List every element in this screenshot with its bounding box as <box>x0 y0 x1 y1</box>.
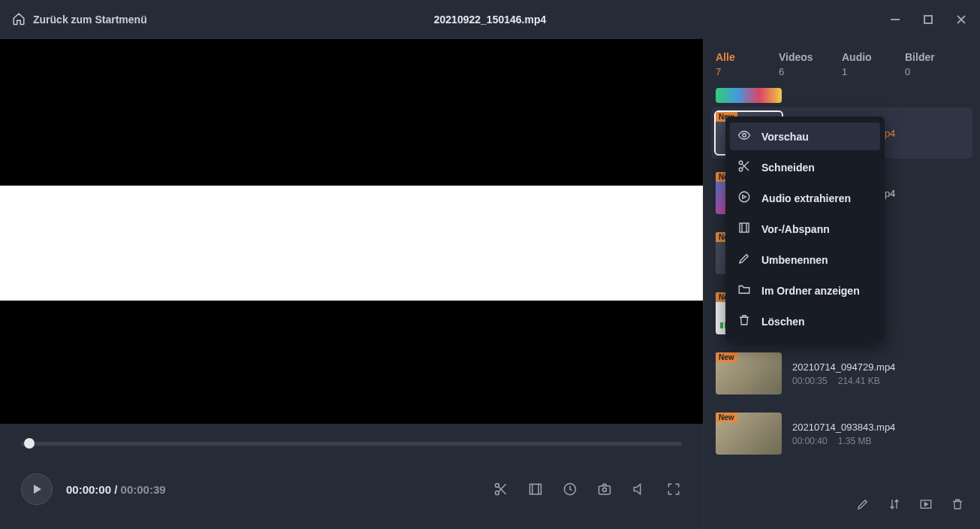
list-item[interactable]: New20210714_094729.mp400:00:35214.41 KB <box>711 348 972 399</box>
ctx-trash[interactable]: Löschen <box>725 306 885 337</box>
ctx-cut[interactable]: Schneiden <box>725 152 885 183</box>
svg-point-4 <box>496 484 499 488</box>
frames-icon[interactable] <box>527 481 544 497</box>
svg-rect-1 <box>924 16 932 23</box>
cut-icon[interactable] <box>493 481 509 497</box>
ctx-extract[interactable]: Audio extrahieren <box>725 183 885 213</box>
ctx-eye[interactable]: Vorschau <box>730 122 880 150</box>
tab-bilder[interactable]: Bilder0 <box>905 51 968 77</box>
extract-icon <box>737 190 751 206</box>
svg-point-13 <box>603 488 607 491</box>
thumbnail-strip <box>716 88 782 103</box>
volume-icon[interactable] <box>631 481 647 497</box>
ctx-film[interactable]: Vor-/Abspann <box>725 213 885 244</box>
eye-icon <box>737 128 751 144</box>
svg-point-5 <box>496 491 499 495</box>
item-name: 20210714_094729.mp4 <box>792 361 895 373</box>
fullscreen-icon[interactable] <box>665 481 682 497</box>
back-to-start-button[interactable]: Zurück zum Startmenü <box>12 12 147 28</box>
list-item[interactable]: New20210714_093843.mp400:00:401.35 MB <box>711 408 972 459</box>
play-button[interactable] <box>21 473 53 505</box>
thumbnail: New <box>716 413 782 455</box>
new-badge: New <box>716 413 737 422</box>
tab-audio[interactable]: Audio1 <box>842 51 905 77</box>
svg-point-17 <box>739 168 743 171</box>
svg-point-20 <box>739 192 749 202</box>
film-icon <box>737 221 751 237</box>
svg-point-15 <box>743 134 746 138</box>
svg-point-16 <box>739 161 743 165</box>
ctx-pencil[interactable]: Umbenennen <box>725 244 885 275</box>
svg-rect-8 <box>530 484 541 494</box>
trash-icon <box>737 313 751 329</box>
svg-rect-12 <box>599 486 611 494</box>
close-button[interactable] <box>954 13 968 26</box>
tab-alle[interactable]: Alle7 <box>716 51 779 77</box>
new-badge: New <box>716 352 737 362</box>
tab-videos[interactable]: Videos6 <box>779 51 842 77</box>
item-meta: 00:00:401.35 MB <box>792 436 895 446</box>
seek-thumb[interactable] <box>24 438 35 449</box>
snapshot-icon[interactable] <box>596 481 613 497</box>
window-filename: 20210922_150146.mp4 <box>434 14 546 26</box>
export-button[interactable] <box>918 497 933 512</box>
back-label: Zurück zum Startmenü <box>33 14 147 26</box>
edit-button[interactable] <box>855 497 870 512</box>
time-display: 00:00:00 / 00:00:39 <box>66 483 166 496</box>
home-icon <box>12 12 26 28</box>
maximize-button[interactable] <box>921 13 935 26</box>
seek-bar[interactable] <box>21 433 682 457</box>
pencil-icon <box>737 252 751 268</box>
item-name: 20210714_093843.mp4 <box>792 422 895 433</box>
minimize-button[interactable] <box>888 13 902 26</box>
context-menu[interactable]: VorschauSchneidenAudio extrahierenVor-/A… <box>725 116 885 341</box>
folder-icon <box>737 283 751 298</box>
item-meta: 00:00:35214.41 KB <box>792 376 895 386</box>
cut-icon <box>737 159 751 175</box>
thumbnail: New <box>716 352 782 394</box>
video-frame-content <box>0 186 703 301</box>
video-preview[interactable] <box>0 39 703 424</box>
delete-button[interactable] <box>950 497 965 512</box>
ctx-folder[interactable]: Im Ordner anzeigen <box>725 275 885 306</box>
speed-icon[interactable] <box>562 481 578 497</box>
sort-button[interactable] <box>887 497 902 512</box>
svg-rect-21 <box>740 223 749 232</box>
